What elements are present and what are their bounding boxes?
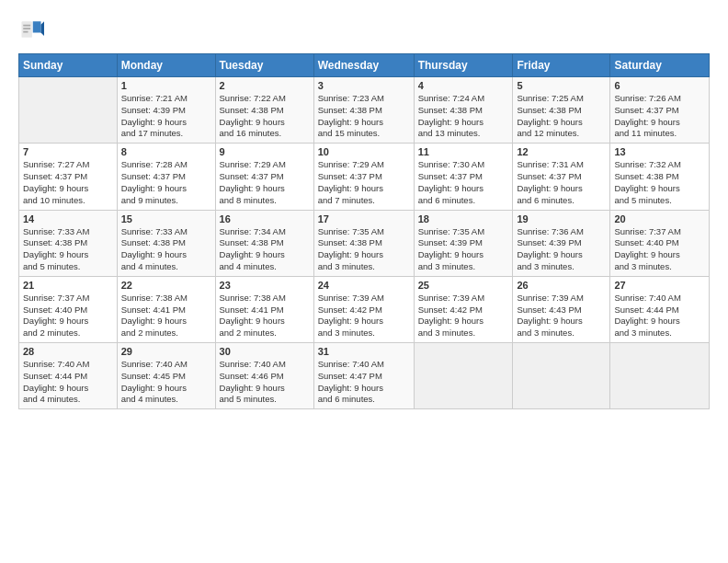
calendar-cell: 19Sunrise: 7:36 AM Sunset: 4:39 PM Dayli… [513, 210, 610, 276]
day-info: Sunrise: 7:31 AM Sunset: 4:37 PM Dayligh… [517, 159, 606, 206]
calendar-week: 14Sunrise: 7:33 AM Sunset: 4:38 PM Dayli… [19, 210, 710, 276]
day-info: Sunrise: 7:38 AM Sunset: 4:41 PM Dayligh… [121, 293, 211, 339]
day-number: 18 [418, 213, 509, 224]
calendar-cell: 14Sunrise: 7:33 AM Sunset: 4:38 PM Dayli… [19, 210, 118, 276]
day-number: 10 [318, 146, 410, 157]
calendar-cell [513, 343, 610, 409]
calendar-cell: 3Sunrise: 7:23 AM Sunset: 4:38 PM Daylig… [313, 77, 414, 144]
day-number: 13 [614, 146, 705, 157]
day-info: Sunrise: 7:21 AM Sunset: 4:39 PM Dayligh… [121, 93, 211, 140]
day-info: Sunrise: 7:29 AM Sunset: 4:37 PM Dayligh… [318, 159, 410, 206]
day-info: Sunrise: 7:25 AM Sunset: 4:38 PM Dayligh… [517, 93, 606, 140]
calendar-week: 7Sunrise: 7:27 AM Sunset: 4:37 PM Daylig… [19, 144, 710, 210]
svg-marker-1 [33, 21, 41, 32]
calendar-cell: 18Sunrise: 7:35 AM Sunset: 4:39 PM Dayli… [414, 210, 513, 276]
calendar-cell: 5Sunrise: 7:25 AM Sunset: 4:38 PM Daylig… [513, 77, 610, 144]
calendar-cell: 25Sunrise: 7:39 AM Sunset: 4:42 PM Dayli… [414, 276, 513, 342]
day-info: Sunrise: 7:40 AM Sunset: 4:44 PM Dayligh… [23, 359, 113, 406]
calendar-week: 1Sunrise: 7:21 AM Sunset: 4:39 PM Daylig… [19, 77, 710, 144]
weekday-header: Saturday [610, 54, 710, 77]
day-number: 29 [121, 346, 211, 357]
calendar-cell [610, 343, 710, 409]
day-info: Sunrise: 7:37 AM Sunset: 4:40 PM Dayligh… [614, 226, 705, 273]
day-info: Sunrise: 7:34 AM Sunset: 4:38 PM Dayligh… [220, 226, 310, 273]
weekday-header: Monday [117, 54, 215, 77]
calendar-cell: 20Sunrise: 7:37 AM Sunset: 4:40 PM Dayli… [610, 210, 710, 276]
day-info: Sunrise: 7:23 AM Sunset: 4:38 PM Dayligh… [318, 93, 410, 140]
weekday-header: Sunday [19, 54, 118, 77]
day-info: Sunrise: 7:30 AM Sunset: 4:37 PM Dayligh… [418, 159, 509, 206]
day-number: 14 [23, 213, 113, 224]
day-number: 11 [418, 146, 509, 157]
weekday-header: Wednesday [313, 54, 414, 77]
calendar-cell: 17Sunrise: 7:35 AM Sunset: 4:38 PM Dayli… [313, 210, 414, 276]
calendar: SundayMondayTuesdayWednesdayThursdayFrid… [18, 53, 710, 409]
svg-rect-6 [23, 31, 28, 33]
day-number: 12 [517, 146, 606, 157]
day-info: Sunrise: 7:40 AM Sunset: 4:46 PM Dayligh… [220, 359, 310, 406]
day-number: 28 [23, 346, 113, 357]
day-info: Sunrise: 7:26 AM Sunset: 4:37 PM Dayligh… [614, 93, 705, 140]
calendar-cell: 12Sunrise: 7:31 AM Sunset: 4:37 PM Dayli… [513, 144, 610, 210]
day-number: 31 [318, 346, 410, 357]
day-number: 8 [121, 146, 211, 157]
day-number: 1 [121, 80, 211, 91]
header [18, 17, 710, 42]
calendar-cell: 29Sunrise: 7:40 AM Sunset: 4:45 PM Dayli… [117, 343, 215, 409]
day-number: 19 [517, 213, 606, 224]
calendar-cell: 28Sunrise: 7:40 AM Sunset: 4:44 PM Dayli… [19, 343, 118, 409]
day-info: Sunrise: 7:37 AM Sunset: 4:40 PM Dayligh… [23, 293, 113, 339]
day-number: 9 [220, 146, 310, 157]
day-info: Sunrise: 7:40 AM Sunset: 4:45 PM Dayligh… [121, 359, 211, 406]
day-number: 17 [318, 213, 410, 224]
day-info: Sunrise: 7:22 AM Sunset: 4:38 PM Dayligh… [220, 93, 310, 140]
day-number: 6 [614, 80, 705, 91]
calendar-header: SundayMondayTuesdayWednesdayThursdayFrid… [19, 54, 710, 77]
calendar-week: 21Sunrise: 7:37 AM Sunset: 4:40 PM Dayli… [19, 276, 710, 342]
day-info: Sunrise: 7:33 AM Sunset: 4:38 PM Dayligh… [23, 226, 113, 273]
calendar-cell [19, 77, 118, 144]
calendar-cell: 2Sunrise: 7:22 AM Sunset: 4:38 PM Daylig… [215, 77, 313, 144]
page-container: SundayMondayTuesdayWednesdayThursdayFrid… [0, 0, 728, 419]
day-info: Sunrise: 7:36 AM Sunset: 4:39 PM Dayligh… [517, 226, 606, 273]
calendar-cell: 8Sunrise: 7:28 AM Sunset: 4:37 PM Daylig… [117, 144, 215, 210]
day-info: Sunrise: 7:40 AM Sunset: 4:44 PM Dayligh… [614, 293, 705, 339]
day-info: Sunrise: 7:39 AM Sunset: 4:42 PM Dayligh… [318, 293, 410, 339]
calendar-cell: 13Sunrise: 7:32 AM Sunset: 4:38 PM Dayli… [610, 144, 710, 210]
day-number: 5 [517, 80, 606, 91]
day-number: 27 [614, 280, 705, 291]
day-info: Sunrise: 7:40 AM Sunset: 4:47 PM Dayligh… [318, 359, 410, 406]
day-number: 2 [220, 80, 310, 91]
calendar-body: 1Sunrise: 7:21 AM Sunset: 4:39 PM Daylig… [19, 77, 710, 409]
calendar-cell: 30Sunrise: 7:40 AM Sunset: 4:46 PM Dayli… [215, 343, 313, 409]
svg-rect-4 [23, 25, 30, 27]
day-info: Sunrise: 7:39 AM Sunset: 4:43 PM Dayligh… [517, 293, 606, 339]
day-number: 20 [614, 213, 705, 224]
day-info: Sunrise: 7:39 AM Sunset: 4:42 PM Dayligh… [418, 293, 509, 339]
calendar-cell: 9Sunrise: 7:29 AM Sunset: 4:37 PM Daylig… [215, 144, 313, 210]
day-number: 24 [318, 280, 410, 291]
calendar-cell: 1Sunrise: 7:21 AM Sunset: 4:39 PM Daylig… [117, 77, 215, 144]
calendar-cell: 27Sunrise: 7:40 AM Sunset: 4:44 PM Dayli… [610, 276, 710, 342]
day-info: Sunrise: 7:32 AM Sunset: 4:38 PM Dayligh… [614, 159, 705, 206]
calendar-cell: 6Sunrise: 7:26 AM Sunset: 4:37 PM Daylig… [610, 77, 710, 144]
calendar-cell: 22Sunrise: 7:38 AM Sunset: 4:41 PM Dayli… [117, 276, 215, 342]
logo [18, 17, 48, 42]
day-info: Sunrise: 7:35 AM Sunset: 4:39 PM Dayligh… [418, 226, 509, 273]
calendar-cell: 24Sunrise: 7:39 AM Sunset: 4:42 PM Dayli… [313, 276, 414, 342]
calendar-cell: 11Sunrise: 7:30 AM Sunset: 4:37 PM Dayli… [414, 144, 513, 210]
day-number: 26 [517, 280, 606, 291]
weekday-header: Tuesday [215, 54, 313, 77]
day-number: 30 [220, 346, 310, 357]
calendar-week: 28Sunrise: 7:40 AM Sunset: 4:44 PM Dayli… [19, 343, 710, 409]
calendar-cell: 10Sunrise: 7:29 AM Sunset: 4:37 PM Dayli… [313, 144, 414, 210]
calendar-cell: 16Sunrise: 7:34 AM Sunset: 4:38 PM Dayli… [215, 210, 313, 276]
calendar-cell: 26Sunrise: 7:39 AM Sunset: 4:43 PM Dayli… [513, 276, 610, 342]
calendar-cell: 15Sunrise: 7:33 AM Sunset: 4:38 PM Dayli… [117, 210, 215, 276]
logo-icon [18, 17, 44, 42]
day-number: 15 [121, 213, 211, 224]
day-number: 21 [23, 280, 113, 291]
calendar-cell: 23Sunrise: 7:38 AM Sunset: 4:41 PM Dayli… [215, 276, 313, 342]
day-number: 7 [23, 146, 113, 157]
day-info: Sunrise: 7:38 AM Sunset: 4:41 PM Dayligh… [220, 293, 310, 339]
